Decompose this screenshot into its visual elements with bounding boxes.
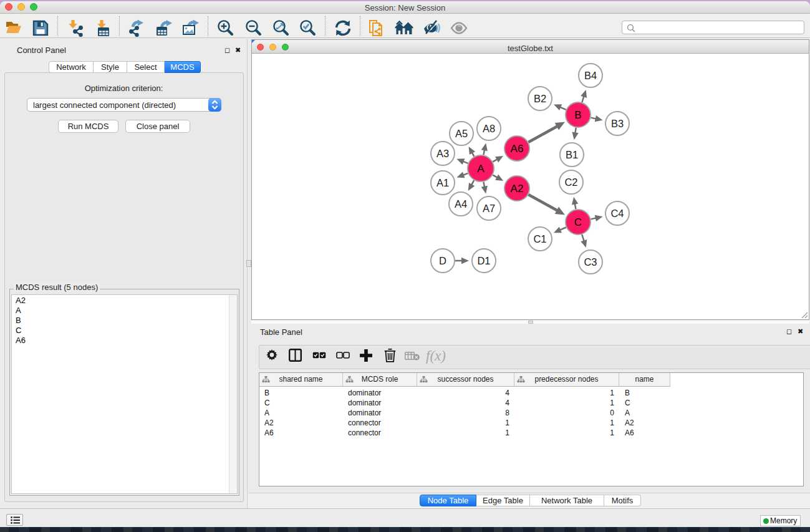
svg-text:A6: A6 bbox=[511, 143, 524, 155]
svg-text:C1: C1 bbox=[533, 233, 546, 244]
svg-text:B1: B1 bbox=[566, 149, 578, 160]
svg-text:C: C bbox=[574, 216, 582, 228]
svg-text:B2: B2 bbox=[534, 93, 546, 104]
svg-text:D1: D1 bbox=[477, 255, 490, 266]
svg-text:A4: A4 bbox=[455, 198, 467, 210]
svg-text:C2: C2 bbox=[564, 177, 577, 188]
svg-text:B4: B4 bbox=[584, 70, 597, 81]
svg-text:A1: A1 bbox=[436, 177, 449, 188]
svg-text:A2: A2 bbox=[511, 183, 524, 195]
svg-text:A7: A7 bbox=[483, 203, 495, 214]
svg-text:C3: C3 bbox=[584, 256, 597, 268]
svg-text:A5: A5 bbox=[455, 128, 468, 139]
svg-text:B: B bbox=[574, 109, 581, 121]
svg-text:A3: A3 bbox=[436, 148, 449, 159]
svg-text:B3: B3 bbox=[611, 118, 624, 129]
svg-text:C4: C4 bbox=[610, 208, 624, 219]
svg-text:D: D bbox=[439, 255, 446, 266]
svg-text:A: A bbox=[477, 163, 485, 175]
svg-text:A8: A8 bbox=[483, 123, 495, 134]
